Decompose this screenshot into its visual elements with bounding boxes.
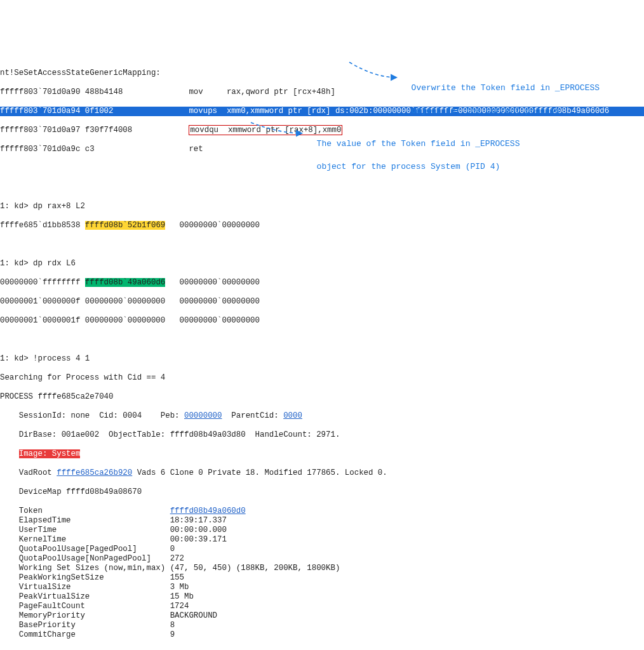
process-image-line: Image: System — [0, 449, 644, 459]
image-name-highlight: Image: System — [19, 449, 81, 458]
vadroot-link[interactable]: ffffe685ca26b920 — [57, 468, 132, 477]
memory-dump-row: 00000000`ffffffff ffffd08b`49a060d6 0000… — [0, 278, 644, 288]
kd-command: 1: kd> dp rdx L6 — [0, 259, 644, 269]
process-field-row: CommitCharge 9 — [0, 630, 644, 640]
memory-dump-row: 00000001`0000000f 00000000`00000000 0000… — [0, 297, 644, 307]
annotation-text: Overwrite the Token field in _EPROCESS — [412, 83, 600, 93]
process-search-line: Searching for Process with Cid == 4 — [0, 373, 644, 383]
process-field-row: VirtualSize 3 Mb — [0, 583, 644, 592]
process-field-row: ElapsedTime 18:39:17.337 — [0, 516, 644, 526]
kd-command: 1: kd> dp rax+8 L2 — [0, 202, 644, 211]
process-field-row: QuotaPoolUsage[PagedPool] 0 — [0, 545, 644, 554]
process-session-line: SessionId: none Cid: 0004 Peb: 00000000 … — [0, 411, 644, 421]
annotation-overwrite-token: Overwrite the Token field in _EPROCESS o… — [401, 71, 600, 117]
process-field-row: MemoryPriority BACKGROUND — [0, 611, 644, 621]
highlight-value: ffffd08b`52b1f069 — [85, 221, 165, 230]
memory-dump-row: ffffe685`d1bb8538 ffffd08b`52b1f069 0000… — [0, 221, 644, 230]
process-field-row: UserTime 00:00:00.000 — [0, 526, 644, 535]
field-link[interactable]: ffffd08b49a060d0 — [170, 507, 246, 515]
process-dirbase-line: DirBase: 001ae002 ObjectTable: ffffd08b4… — [0, 430, 644, 440]
annotation-system-token: The value of the Token field in _EPROCES… — [307, 127, 520, 173]
annotation-text: The value of the Token field in _EPROCES… — [317, 139, 520, 149]
process-field-row: Token ffffd08b49a060d0 — [0, 507, 644, 516]
process-header-line: PROCESS ffffe685ca2e7040 — [0, 392, 644, 402]
kd-command: 1: kd> !process 4 1 — [0, 354, 644, 364]
debugger-output-panel: { "disasm": { "header": "nt!SeSetAccessS… — [0, 19, 644, 650]
annotation-text: object for the current process — [412, 106, 560, 116]
process-vadroot-line: VadRoot ffffe685ca26b920 Vads 6 Clone 0 … — [0, 468, 644, 478]
parentcid-link[interactable]: 0000 — [283, 411, 302, 420]
process-devicemap-line: DeviceMap ffffd08b49a08670 — [0, 488, 644, 497]
memory-dump-row: 00000001`0000001f 00000000`00000000 0000… — [0, 316, 644, 326]
process-field-row: BasePriority 8 — [0, 621, 644, 630]
process-field-row: PeakVirtualSize 15 Mb — [0, 592, 644, 602]
process-field-row: QuotaPoolUsage[NonPagedPool] 272 — [0, 554, 644, 564]
annotation-text: object for the process System (PID 4) — [317, 162, 500, 171]
peb-link[interactable]: 00000000 — [184, 411, 222, 420]
highlight-value: ffffd08b`49a060d6 — [85, 278, 165, 287]
process-field-row: Working Set Sizes (now,min,max) (47, 50,… — [0, 564, 644, 573]
process-field-row: KernelTime 00:00:39.171 — [0, 535, 644, 545]
process-field-row: PeakWorkingSetSize 155 — [0, 573, 644, 583]
process-field-row: PageFaultCount 1724 — [0, 602, 644, 611]
